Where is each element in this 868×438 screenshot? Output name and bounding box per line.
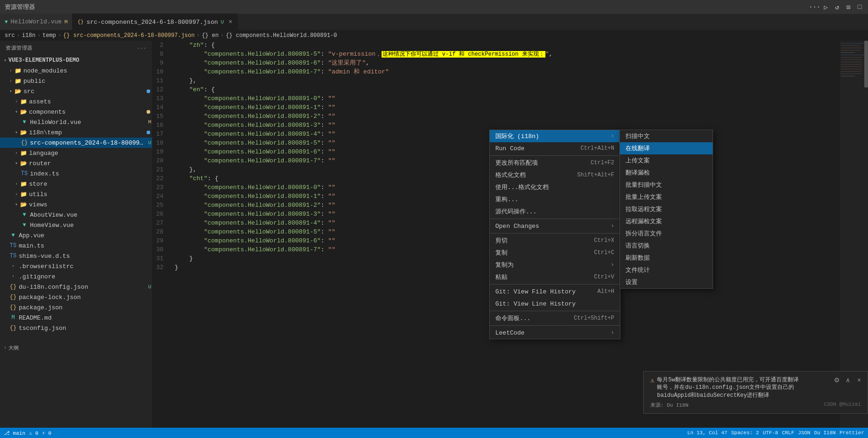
sidebar-item-shims-vue[interactable]: TS shims-vue.d.ts — [0, 251, 152, 261]
context-menu-copy[interactable]: 复制 Ctrl+C — [490, 247, 620, 259]
sidebar-item-du-i18n-config[interactable]: {} du-i18n.config.json U — [0, 282, 152, 292]
sidebar-item-utils[interactable]: › 📁 utils — [0, 189, 152, 199]
context-menu-command-palette[interactable]: 命令面板... Ctrl+Shift+P — [490, 312, 620, 324]
split-icon[interactable]: ⊡ — [845, 3, 852, 11]
sidebar-item-main-ts[interactable]: TS main.ts — [0, 241, 152, 251]
src-chevron-icon: ▾ — [9, 88, 12, 94]
status-eol[interactable]: CRLF — [782, 430, 794, 436]
sidebar-item-views[interactable]: ▾ 📂 views — [0, 199, 152, 210]
sidebar-item-app-vue[interactable]: ▼ App.vue — [0, 230, 152, 241]
context-menu-git-file-history[interactable]: Git: View File History Alt+H — [490, 285, 620, 298]
status-encoding[interactable]: UTF-8 — [763, 430, 778, 436]
notification-source-label: 来源: Du I18N — [650, 402, 688, 408]
context-menu-format-selection[interactable]: 使用...格式化文档 — [490, 181, 620, 193]
submenu-split-lang[interactable]: 拆分语言文件 — [620, 227, 713, 240]
context-menu-source-action[interactable]: 源代码操作... — [490, 205, 620, 218]
sidebar-item-router[interactable]: ▾ 📂 router — [0, 158, 152, 168]
submenu-online-translate[interactable]: 在线翻译 — [620, 142, 713, 154]
breadcrumb-i18n[interactable]: i18n — [22, 32, 36, 39]
sidebar-item-json-active[interactable]: {} src-components_2024-6-18-800997.js...… — [0, 138, 152, 148]
batch-upload-label: 批量上传文案 — [625, 193, 662, 201]
sidebar-item-node_modules[interactable]: › 📁 node_modules — [0, 66, 152, 76]
status-git-branch[interactable]: ⎇ main — [4, 430, 25, 436]
submenu-scan-zh[interactable]: 扫描中文 — [620, 130, 713, 142]
sidebar-project-root[interactable]: ▾ VUE3-ELEMENTPLUS-DEMO — [0, 55, 152, 66]
submenu-file-stats[interactable]: 文件统计 — [620, 264, 713, 276]
notification-close-btn[interactable]: × — [854, 375, 864, 385]
file-gitignore-icon: · — [9, 273, 17, 280]
context-menu-format-doc[interactable]: 格式化文档 Shift+Alt+F — [490, 169, 620, 181]
components-label: components — [29, 109, 145, 116]
context-menu-i18n[interactable]: 国际化 (i18n) › — [490, 130, 620, 142]
sidebar-item-src[interactable]: ▾ 📂 src — [0, 86, 152, 96]
tab-helloworld[interactable]: ▼ HelloWorld.vue M — [0, 14, 73, 30]
sidebar-item-components[interactable]: ▾ 📂 components — [0, 107, 152, 117]
submenu-upload-copy[interactable]: 上传文案 — [620, 154, 713, 167]
context-menu-open-changes[interactable]: Open Changes › — [490, 220, 620, 232]
breadcrumb-src[interactable]: src — [5, 32, 15, 39]
breadcrumb-en[interactable]: {} en — [202, 32, 219, 39]
ts-main-icon: TS — [9, 242, 17, 249]
submenu-settings[interactable]: 设置 — [620, 276, 713, 288]
notification-warning-icon: ⚠ — [650, 376, 654, 384]
status-spaces[interactable]: Spaces: 2 — [731, 430, 759, 436]
fullscreen-icon[interactable]: □ — [856, 3, 863, 11]
sidebar-item-index-ts[interactable]: TS index.ts — [0, 168, 152, 179]
tab-bar: ▼ HelloWorld.vue M {} src-components_202… — [0, 14, 868, 30]
status-du-i18n[interactable]: Du I18N — [814, 430, 836, 436]
sidebar-item-helloworld-vue[interactable]: ▼ HelloWorld.vue M — [0, 117, 152, 127]
sidebar-item-readme[interactable]: M README.md — [0, 313, 152, 323]
i18n-arrow-icon: › — [611, 133, 614, 139]
context-menu-replace-all[interactable]: 更改所有匹配项 Ctrl+F2 — [490, 157, 620, 169]
submenu-remote-check[interactable]: 远程漏检文案 — [620, 215, 713, 227]
main-ts-label: main.ts — [19, 242, 152, 249]
submenu-lang-switch[interactable]: 语言切换 — [620, 240, 713, 252]
svg-rect-9 — [841, 64, 861, 65]
copy-label: 复制 — [495, 248, 508, 257]
sidebar-section-outline[interactable]: › 大纲 — [0, 343, 152, 353]
sidebar-item-package-lock[interactable]: {} package-lock.json — [0, 292, 152, 302]
sidebar-item-public[interactable]: › 📁 public — [0, 76, 152, 86]
context-menu-run-code[interactable]: Run Code Ctrl+Alt+N — [490, 142, 620, 154]
tab-json-close[interactable]: × — [228, 18, 232, 26]
sidebar-item-about-view[interactable]: ▼ AboutView.vue — [0, 210, 152, 220]
sidebar-item-home-view[interactable]: ▼ HomeView.vue — [0, 220, 152, 230]
sidebar-dots-icon[interactable]: ··· — [137, 45, 147, 51]
context-menu-leetcode[interactable]: LeetCode › — [490, 327, 620, 339]
submenu-batch-scan[interactable]: 批量扫描中文 — [620, 179, 713, 191]
svg-rect-11 — [841, 69, 861, 69]
sidebar-item-gitignore[interactable]: · .gitignore — [0, 271, 152, 282]
title-bar-dots[interactable]: ··· — [811, 3, 818, 11]
status-warnings[interactable]: ⚡ 0 — [42, 430, 51, 436]
notification-collapse-btn[interactable]: ∧ — [843, 375, 853, 385]
breadcrumb-json-file[interactable]: {} src-components_2024-6-18-800997.json — [63, 32, 195, 39]
context-menu-cut[interactable]: 剪切 Ctrl+X — [490, 234, 620, 247]
minimap-scrollbar[interactable] — [864, 41, 868, 88]
context-menu-refactor[interactable]: 重构... — [490, 193, 620, 205]
submenu-batch-upload[interactable]: 批量上传文案 — [620, 191, 713, 203]
context-menu-git-line-history[interactable]: Git: View Line History — [490, 298, 620, 310]
context-menu-paste[interactable]: 粘贴 Ctrl+V — [490, 271, 620, 283]
sidebar-item-package-json[interactable]: {} package.json — [0, 302, 152, 313]
sidebar-item-assets[interactable]: › 📁 assets — [0, 96, 152, 107]
submenu-fetch-remote[interactable]: 拉取远程文案 — [620, 203, 713, 215]
notification-settings-btn[interactable]: ⚙ — [832, 375, 841, 385]
status-errors[interactable]: ⚠ 0 — [29, 430, 38, 436]
sidebar-item-browserslistrc[interactable]: · .browserslistrc — [0, 261, 152, 271]
submenu-refresh-data[interactable]: 刷新数据 — [620, 252, 713, 264]
status-cursor[interactable]: Ln 13, Col 47 — [687, 430, 728, 436]
sidebar-item-i18n-temp[interactable]: ▾ 📂 i18n\temp — [0, 127, 152, 138]
run-icon[interactable]: ▷ — [822, 3, 830, 11]
context-menu-copy-as[interactable]: 复制为 › — [490, 259, 620, 271]
sidebar-item-store[interactable]: › 📁 store — [0, 179, 152, 189]
paste-shortcut: Ctrl+V — [594, 274, 614, 280]
submenu-translate-check[interactable]: 翻译漏检 — [620, 167, 713, 179]
sidebar-item-language[interactable]: › 📁 language — [0, 148, 152, 158]
history-icon[interactable]: ↺ — [833, 3, 841, 11]
sidebar-item-tsconfig[interactable]: {} tsconfig.json — [0, 323, 152, 333]
status-prettier[interactable]: Prettier — [839, 430, 864, 436]
breadcrumb-key[interactable]: {} components.HelloWorld.800891-0 — [226, 32, 337, 39]
tab-json[interactable]: {} src-components_2024-6-18-800997.json … — [73, 14, 237, 30]
breadcrumb-temp[interactable]: temp — [43, 32, 56, 39]
status-lang[interactable]: JSON — [798, 430, 810, 436]
